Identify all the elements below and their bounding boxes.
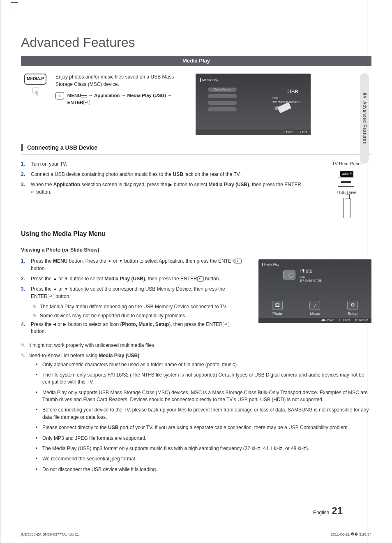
photo-title: Photo bbox=[300, 268, 322, 275]
page-footer: English 21 bbox=[313, 504, 343, 518]
bullet-text: The Media Play (USB) mp3 format only sup… bbox=[42, 445, 309, 452]
bullet-text: Only MP3 and JPEG file formats are suppo… bbox=[42, 435, 146, 442]
device-row bbox=[208, 107, 237, 111]
step-num: 1. bbox=[21, 161, 27, 168]
photo-tab-icon: 🖼 bbox=[272, 301, 283, 310]
bullet-text: Media Play only supports USB Mass Storag… bbox=[42, 389, 371, 404]
connecting-steps: 1. Turn on your TV. 2. Connect a USB dev… bbox=[21, 161, 306, 196]
menu-word: MENU bbox=[67, 93, 81, 98]
photo-sub: SUM307.2MB/973.7MB bbox=[300, 275, 322, 283]
step-text: Connect a USB device containing photo an… bbox=[31, 171, 306, 178]
tab-photo: 🖼Photo bbox=[272, 301, 283, 317]
step-text: Press the ◀ or ▶ button to select an ico… bbox=[31, 321, 242, 335]
gear-icon: ⚙ bbox=[347, 301, 358, 310]
screen-footer: ◀▶ Move ↵ Enter ↺ Return bbox=[258, 318, 371, 323]
enter-icon: ↵ bbox=[83, 100, 90, 105]
bullet-item: •Media Play only supports USB Mass Stora… bbox=[36, 389, 371, 404]
step-num: 1. bbox=[21, 258, 27, 272]
usb-port-tag: USB ⎘ bbox=[340, 171, 353, 177]
intro-paragraph: Enjoy photos and/or music files saved on… bbox=[55, 74, 187, 88]
bullet-text: Do not disconnect the USB device while i… bbox=[42, 466, 157, 473]
step-text: Press the ▲ or ▼ button to select the co… bbox=[31, 286, 242, 300]
bullet-item: •We recommend the sequential jpeg format… bbox=[36, 455, 371, 462]
music-tab-icon: ♪ bbox=[309, 301, 320, 310]
usb-port-figure: USB ⎘ bbox=[338, 170, 356, 187]
root-note-1: ✎ It might not work properly with unlice… bbox=[21, 342, 371, 349]
photo-labels: Photo SUM307.2MB/973.7MB bbox=[300, 268, 322, 282]
note-text: Need-to-Know List before using Media Pla… bbox=[28, 352, 139, 359]
note-icon: ✎ bbox=[32, 303, 37, 310]
step-num: 3. bbox=[21, 181, 27, 196]
print-left: [UD5005-ZA]BN68-03777A.indb 21 bbox=[21, 532, 79, 537]
subsection-viewing-photo: Viewing a Photo (or Slide Show) bbox=[21, 246, 371, 254]
mediap-remote-icon: MEDIA.P ☟ bbox=[21, 74, 50, 113]
hand-menu-icon: ☜ bbox=[55, 92, 64, 99]
bullet-item: •Please connect directly to the USB port… bbox=[36, 424, 371, 431]
menu-path-text: MENU → Application → Media Play (USB) → … bbox=[67, 92, 187, 106]
photo-header: Photo SUM307.2MB/973.7MB bbox=[283, 268, 322, 282]
step-text: Press the ▲ or ▼ button to select Media … bbox=[31, 275, 242, 282]
section-head-using-menu: Using the Media Play Menu bbox=[21, 229, 371, 241]
hint-enter: ↵ Enter bbox=[339, 318, 350, 323]
usb-stick-icon bbox=[276, 102, 292, 113]
step-1: 1. Turn on your TV. bbox=[21, 161, 306, 168]
note-text: It might not work properly with unlicens… bbox=[28, 342, 155, 349]
ustep-3: 3. Press the ▲ or ▼ button to select the… bbox=[21, 286, 242, 300]
tab-setup: ⚙Setup bbox=[347, 301, 358, 317]
intro-left: MEDIA.P ☟ Enjoy photos and/or music file… bbox=[21, 74, 187, 113]
step-num: 2. bbox=[21, 275, 27, 282]
bullet-item: •The file system only supports FAT16/32 … bbox=[36, 372, 371, 386]
step-text: Turn on your TV. bbox=[31, 161, 306, 168]
footer-lang: English bbox=[313, 509, 329, 516]
note-icon: ✎ bbox=[21, 352, 25, 359]
screen-exit-hint: ⇥ Exit bbox=[298, 130, 307, 135]
tab-music: ♪Music bbox=[309, 301, 320, 317]
bullet-text: We recommend the sequential jpeg format. bbox=[42, 455, 136, 462]
screen-mp-label: ▌Media Play bbox=[200, 78, 307, 83]
screen-enter-hint: ↵ Enter bbox=[282, 130, 293, 135]
step-num: 4. bbox=[21, 321, 27, 335]
note-text: Some devices may not be supported due to… bbox=[40, 312, 187, 319]
using-layout: 1. Press the MENU button. Press the ▲ or… bbox=[21, 258, 371, 339]
need-to-know-list: •Only alphanumeric characters must be us… bbox=[36, 361, 371, 474]
tv-rear-panel: TV Rear Panel USB ⎘ USB Drive bbox=[322, 161, 371, 218]
device-row-selected: Device Name bbox=[208, 88, 237, 92]
photo-tabs: 🖼Photo ♪Music ⚙Setup bbox=[258, 301, 371, 317]
note-step3-a: ✎ The Media Play menu differs depending … bbox=[32, 303, 242, 310]
note-text: The Media Play menu differs depending on… bbox=[40, 303, 227, 310]
bullet-text: Before connecting your device to the TV,… bbox=[42, 407, 371, 421]
section-bar-media-play: Media Play bbox=[21, 56, 371, 66]
print-right: 2011-06-22 �� 3:26:34 bbox=[331, 532, 371, 537]
step-3: 3. When the Application selection screen… bbox=[21, 181, 306, 196]
bullet-text: Please connect directly to the USB port … bbox=[42, 424, 349, 431]
device-row bbox=[208, 101, 237, 105]
note-icon: ✎ bbox=[21, 342, 25, 349]
screen-mp-label: ▌Media Play bbox=[262, 263, 368, 267]
menu-bars-icon bbox=[81, 94, 87, 97]
ustep-2: 2. Press the ▲ or ▼ button to select Med… bbox=[21, 275, 242, 282]
side-tab: 04 Advanced Features bbox=[360, 73, 369, 164]
intro-row: MEDIA.P ☟ Enjoy photos and/or music file… bbox=[21, 74, 371, 135]
section-head-title: Connecting a USB Device bbox=[27, 143, 97, 152]
hint-return: ↺ Return bbox=[355, 318, 368, 323]
note-icon: ✎ bbox=[32, 312, 37, 319]
bullet-text: Only alphanumeric characters must be use… bbox=[42, 361, 238, 368]
intro-text: Enjoy photos and/or music files saved on… bbox=[55, 74, 187, 113]
side-tab-label: Advanced Features bbox=[362, 101, 367, 144]
bullet-item: •Before connecting your device to the TV… bbox=[36, 407, 371, 421]
footer-page-number: 21 bbox=[332, 504, 343, 518]
menu-path: ☜ MENU → Application → Media Play (USB) … bbox=[55, 92, 187, 106]
hand-press-icon: ☟ bbox=[32, 83, 39, 101]
bullet-item: •Only MP3 and JPEG file formats are supp… bbox=[36, 435, 371, 442]
step-2: 2. Connect a USB device containing photo… bbox=[21, 171, 306, 178]
media-play-screen-usb: ▌Media Play Device Name USB SUM 315.0MB/… bbox=[196, 74, 311, 135]
step-num: 3. bbox=[21, 286, 27, 300]
note-step3-b: ✎ Some devices may not be supported due … bbox=[32, 312, 242, 319]
screen-footer: ↵ Enter ⇥ Exit bbox=[196, 129, 311, 135]
bullet-text: The file system only supports FAT16/32 (… bbox=[42, 372, 371, 386]
section-head-bar bbox=[21, 144, 23, 151]
bullet-item: •The Media Play (USB) mp3 format only su… bbox=[36, 445, 371, 452]
page-title: Advanced Features bbox=[21, 33, 371, 52]
using-steps-cont: 4. Press the ◀ or ▶ button to select an … bbox=[21, 321, 242, 335]
side-tab-num: 04 bbox=[362, 93, 367, 98]
